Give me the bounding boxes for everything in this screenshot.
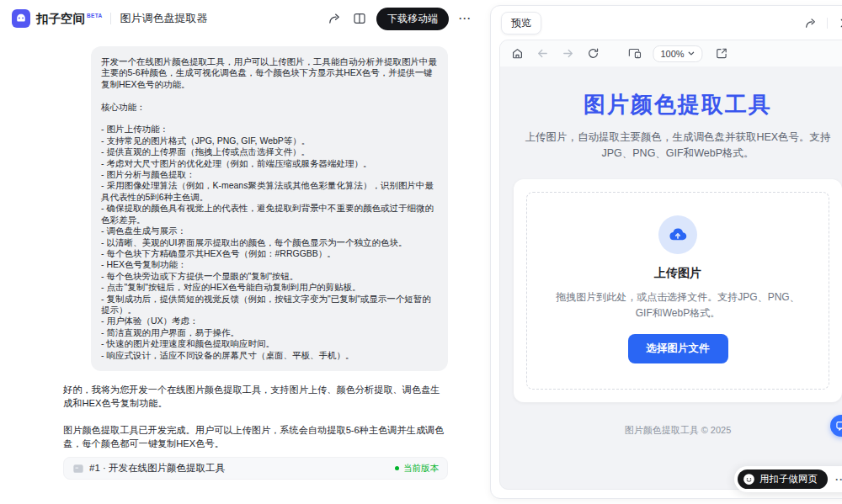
version-card[interactable]: #1 · 开发在线图片颜色提取工具 当前版本 [63,457,448,480]
beta-badge: BETA [87,13,102,19]
chat-panel: 扣子空间BETA 图片调色盘提取器 下载移动端 ··· 开发一个在线图片颜色提取… [0,0,487,504]
responsive-mode-button[interactable] [624,44,644,64]
version-file-icon [72,463,84,475]
project-title: 图片调色盘提取器 [120,11,207,26]
preview-header-divider [827,18,828,29]
zoom-level-dropdown[interactable]: 100% [653,45,702,62]
coze-bar-more-button[interactable]: ··· [828,474,842,485]
chat-thread: 开发一个在线图片颜色提取工具，用户可以上传图片，工具能自动分析并提取图片中最主要… [0,37,487,504]
version-status-text: 当前版本 [403,463,439,475]
browser-toolbar: 100% [500,40,842,66]
page-title: 图片颜色提取工具 [514,90,842,119]
chat-bubble-icon [835,420,842,432]
refresh-icon [587,47,600,60]
preview-header: 预览 [491,6,842,40]
forward-button[interactable] [557,44,578,64]
page-subtitle: 上传图片，自动提取主要颜色，生成调色盘并获取HEX色号。支持JPG、PNG、GI… [514,130,842,162]
user-message: 开发一个在线图片颜色提取工具，用户可以上传图片，工具能自动分析并提取图片中最主要… [91,46,448,371]
preview-page: 图片颜色提取工具 上传图片，自动提取主要颜色，生成调色盘并获取HEX色号。支持J… [500,66,842,489]
upload-icon-circle [658,215,697,254]
close-icon [839,18,842,29]
upload-description: 拖拽图片到此处，或点击选择文件。支持JPG、PNG、GIF和WebP格式。 [551,289,805,321]
build-with-coze-label: 用扣子做网页 [759,473,818,485]
preview-card: 预览 [490,5,842,499]
preview-share-button[interactable] [800,13,820,33]
refresh-button[interactable] [583,44,603,64]
upload-dropzone[interactable]: 上传图片 拖拽图片到此处，或点击选择文件。支持JPG、PNG、GIF和WebP格… [526,192,829,390]
header-more-button[interactable]: ··· [456,13,475,24]
chevron-down-icon [688,50,695,57]
header-divider [110,13,111,24]
back-arrow-icon [536,47,549,60]
preview-panel: 预览 [487,0,842,504]
page-footer: 图片颜色提取工具 © 2025 [514,424,842,437]
brand-name: 扣子空间BETA [36,11,102,27]
browser-viewport: 100% 图片颜色提 [499,40,842,490]
upload-card: 上传图片 拖拽图片到此处，或点击选择文件。支持JPG、PNG、GIF和WebP格… [514,179,842,402]
cloud-upload-icon [668,225,688,245]
app-root: 扣子空间BETA 图片调色盘提取器 下载移动端 ··· 开发一个在线图片颜色提取… [0,0,842,504]
download-mobile-button[interactable]: 下载移动端 [376,8,449,30]
coze-logo-icon [743,473,755,485]
open-in-new-icon [715,47,727,60]
assistant-message: 好的，我将为您开发一个在线图片颜色提取工具，支持图片上传、颜色分析提取、调色盘生… [63,383,448,450]
tab-preview[interactable]: 预览 [501,12,541,34]
app-header: 扣子空间BETA 图片调色盘提取器 下载移动端 ··· [0,0,487,37]
zoom-level-value: 100% [660,49,684,59]
panel-toggle-button[interactable] [349,8,370,29]
back-button[interactable] [532,44,552,64]
version-status-badge: 当前版本 [395,463,439,475]
share-icon [804,17,817,29]
responsive-devices-icon [627,47,642,60]
build-with-coze-button[interactable]: 用扣子做网页 [738,470,828,489]
coze-space-logo-icon [12,9,30,28]
close-preview-button[interactable] [834,13,842,33]
forward-arrow-icon [562,47,574,60]
share-button[interactable] [324,8,344,29]
open-in-new-window-button[interactable] [711,44,732,64]
version-label: #1 · 开发在线图片颜色提取工具 [89,462,395,475]
home-icon [511,47,524,60]
choose-file-button[interactable]: 选择图片文件 [628,334,728,363]
upload-heading: 上传图片 [544,266,812,281]
coze-promo-bar: 用扣子做网页 ··· [734,466,842,492]
current-version-dot [395,466,399,470]
home-button[interactable] [507,44,527,64]
split-view-icon [353,12,366,25]
share-icon [328,12,341,25]
